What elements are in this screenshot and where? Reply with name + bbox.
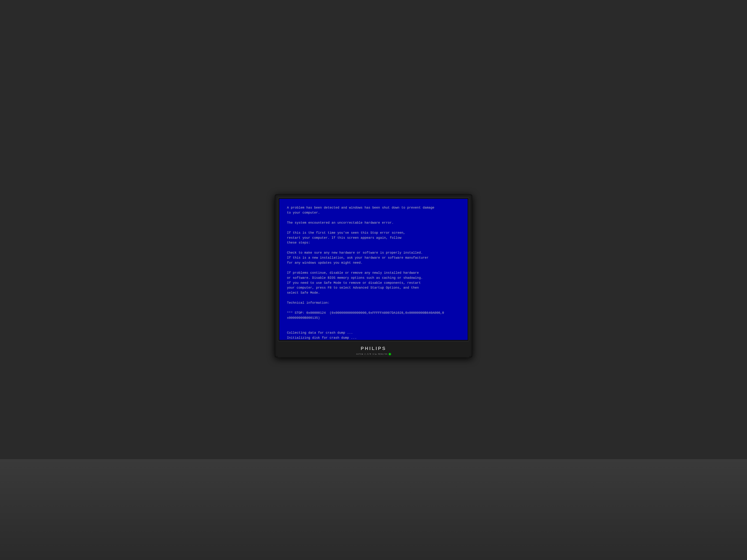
bsod-line14: select Safe Mode. bbox=[287, 291, 320, 295]
bsod-line9: for any windows updates you might need. bbox=[287, 261, 363, 265]
monitor-bezel: A problem has been detected and windows … bbox=[278, 197, 469, 341]
bsod-content: A problem has been detected and windows … bbox=[287, 205, 460, 340]
monitor-controls-bar: AUTO◄ 2.5/▼ O/▲ MENU/OK bbox=[356, 352, 391, 357]
bsod-line13: your computer, press F8 to select Advanc… bbox=[287, 286, 419, 290]
monitor-brand-label: PHILIPS bbox=[361, 344, 386, 352]
bsod-line7: Check to make sure any new hardware or s… bbox=[287, 251, 423, 255]
monitor: A problem has been detected and windows … bbox=[275, 194, 472, 357]
power-led bbox=[389, 353, 391, 355]
bsod-line10: If problems continue, disable or remove … bbox=[287, 271, 419, 275]
bsod-line17: x00000000B000135) bbox=[287, 316, 320, 320]
bsod-line3: The system encountered an uncorrectable … bbox=[287, 221, 394, 224]
bsod-line18: Collecting data for crash dump ... bbox=[287, 331, 353, 335]
monitor-bottom: PHILIPS AUTO◄ 2.5/▼ O/▲ MENU/OK bbox=[278, 341, 469, 357]
bsod-line11: or software. Disable BIOS memory options… bbox=[287, 276, 423, 279]
desk-surface bbox=[0, 459, 747, 560]
bsod-line4: If this is the first time you've seen th… bbox=[287, 231, 405, 235]
bsod-line1: A problem has been detected and windows … bbox=[287, 206, 434, 210]
bsod-line16: *** STOP: 0x00000124 (0x0000000000000000… bbox=[287, 311, 444, 315]
bsod-line6: these steps: bbox=[287, 241, 310, 244]
bsod-screen: A problem has been detected and windows … bbox=[279, 199, 468, 340]
bsod-line2: to your computer. bbox=[287, 211, 320, 214]
bsod-line8: If this is a new installation, ask your … bbox=[287, 256, 429, 260]
bsod-line5: restart your computer. If this screen ap… bbox=[287, 236, 401, 240]
bsod-line19: Initializing disk for crash dump ... bbox=[287, 336, 357, 340]
bsod-line15: Technical information: bbox=[287, 301, 330, 304]
bsod-line12: If you need to use Safe Mode to remove o… bbox=[287, 281, 421, 285]
monitor-controls-text: AUTO◄ 2.5/▼ O/▲ MENU/OK bbox=[356, 353, 388, 355]
